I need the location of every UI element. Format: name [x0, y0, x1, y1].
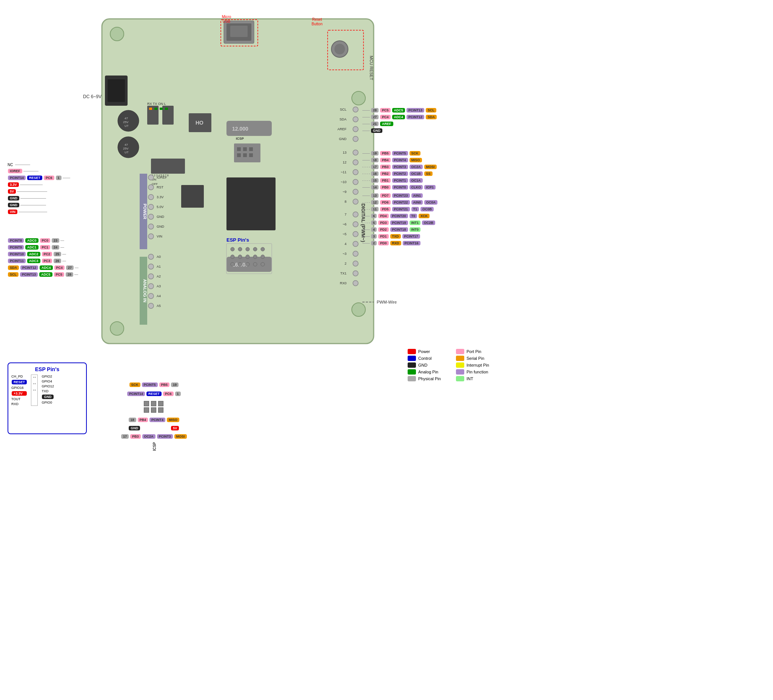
reset-badge: RESET [27, 176, 42, 180]
5v-badge: 5V [8, 189, 16, 194]
svg-point-93 [148, 274, 154, 279]
adc0-badge: ADC0 [25, 238, 38, 243]
int0: INT0 [410, 227, 421, 232]
pcint21: PCINT21 [392, 207, 410, 211]
mosi: MOSI [424, 165, 437, 169]
legend-analog-color [408, 369, 416, 374]
svg-point-67 [334, 44, 345, 54]
icsp-1: 1 [175, 392, 181, 396]
icsp-pin-6 [158, 407, 163, 413]
svg-text:~3: ~3 [343, 252, 347, 255]
legend-gnd-label: GND [418, 363, 427, 367]
icsp-label: ICSP [153, 442, 157, 451]
icsp-pcint4: PCINT4 [150, 418, 165, 422]
pb2: PB2 [380, 171, 391, 176]
3v3-badge: 3.3V [8, 182, 19, 187]
esp-gpio12: GPIO12 [41, 384, 54, 388]
pcint8-badge: PCINT8 [8, 238, 24, 243]
pd4: PD4 [378, 214, 389, 218]
svg-point-113 [353, 212, 358, 217]
svg-rect-27 [227, 178, 276, 230]
p13: 13 [371, 193, 378, 198]
svg-text:~11: ~11 [341, 170, 347, 174]
svg-point-45 [230, 247, 234, 251]
svg-point-110 [353, 180, 358, 184]
svg-point-2 [110, 322, 124, 335]
icsp-19: 19 [171, 382, 179, 387]
rxd: RXD [390, 241, 401, 245]
svg-text:~6: ~6 [343, 222, 347, 226]
esp-3v3: +3.3V [12, 391, 27, 396]
adc3-badge: ADC3 [27, 259, 40, 263]
legend-interrupt-label: Interrupt Pin [467, 363, 489, 367]
svg-point-80 [148, 204, 154, 209]
svg-text:DC 6~9V: DC 6~9V [83, 94, 102, 99]
svg-text:A5: A5 [157, 304, 161, 308]
svg-text:47: 47 [125, 117, 128, 120]
oc0b: OC0B [421, 207, 434, 211]
svg-text:8: 8 [345, 200, 347, 204]
icsp-reset: RESET [146, 392, 161, 396]
legend-int-label: INT [467, 376, 473, 381]
esp-gpio2: GPIO2 [41, 374, 54, 378]
svg-text:A0: A0 [157, 255, 161, 259]
svg-rect-21 [165, 108, 168, 110]
svg-point-54 [261, 255, 265, 259]
svg-point-47 [246, 247, 250, 251]
pcint16: PCINT16 [403, 241, 421, 245]
svg-rect-62 [230, 26, 248, 37]
pcint9-badge: PCINT9 [8, 245, 24, 250]
pb1: PB1 [380, 178, 391, 183]
pcint18: PCINT18 [390, 227, 408, 232]
esp-gnd: GND [42, 395, 54, 399]
legend: Power Control GND Analog Pin Physical Pi… [408, 348, 489, 383]
pd7: PD7 [380, 193, 391, 198]
pcint12-badge: PCINT12 [20, 265, 38, 270]
adc5-r: ADC5 [392, 108, 405, 112]
svg-point-77 [148, 175, 154, 180]
svg-text:SDA: SDA [339, 117, 347, 121]
pcint4: PCINT4 [392, 158, 408, 162]
p19: 19 [371, 151, 378, 156]
svg-rect-19 [155, 108, 157, 110]
icsp-pin-1 [144, 401, 149, 406]
svg-text:VIN: VIN [157, 234, 162, 238]
svg-text:RST: RST [157, 185, 164, 189]
svg-text:RX0: RX0 [340, 281, 347, 285]
icp1: ICP1 [424, 185, 436, 189]
legend-physical-color [408, 376, 416, 381]
svg-rect-38 [243, 147, 247, 151]
svg-text:HO: HO [196, 120, 204, 126]
svg-text:ESP Pin's: ESP Pin's [227, 237, 249, 243]
esp-gpio0: GPIO0 [41, 400, 54, 404]
pin27-badge: 27 [66, 265, 74, 270]
int1: INT1 [410, 221, 421, 225]
pcint23: PCINT23 [392, 193, 410, 198]
svg-point-53 [253, 255, 257, 259]
svg-text:GND: GND [339, 137, 347, 141]
svg-point-55 [230, 262, 234, 266]
pcint2: PCINT2 [392, 171, 408, 176]
svg-text:47: 47 [125, 143, 128, 147]
oc2a: OC2A [410, 165, 423, 169]
legend-port-label: Port Pin [467, 349, 481, 354]
svg-point-50 [230, 255, 234, 259]
pd3: PD3 [378, 221, 389, 225]
legend-control-color [408, 356, 416, 361]
svg-text:GND: GND [157, 215, 164, 219]
legend-serial-color [456, 356, 464, 361]
p3: 3 [371, 234, 377, 239]
adc4-r: ADC4 [392, 115, 405, 119]
pcint22: PCINT22 [392, 200, 410, 205]
txd: TXD [390, 234, 401, 239]
sck: SCK [410, 151, 421, 156]
icsp-5v: 5V [171, 426, 179, 430]
vin-badge: VIN [8, 209, 17, 214]
svg-text:RX TX ON L: RX TX ON L [147, 102, 166, 106]
esp-reset: RESET [12, 380, 27, 384]
esp-gpio4: GPIO4 [41, 379, 54, 383]
esp-title: ESP Pin's [12, 366, 83, 372]
svg-point-118 [353, 261, 358, 266]
svg-point-107 [353, 150, 358, 155]
ioref-badge: IOREF [8, 169, 22, 173]
